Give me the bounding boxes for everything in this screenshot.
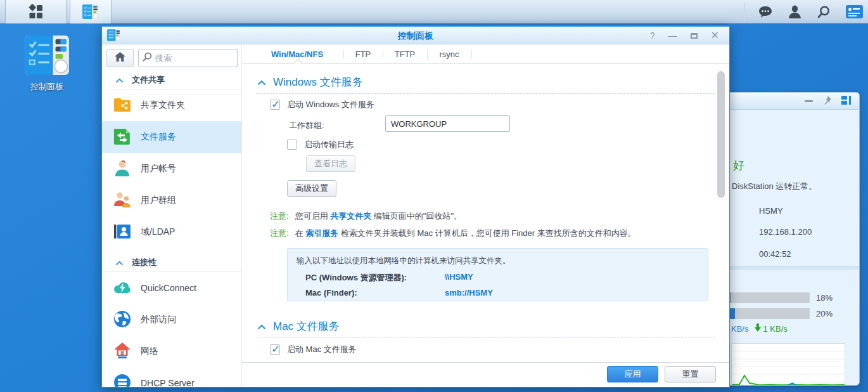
taskbar-control-panel-button[interactable] [70, 0, 112, 23]
chevron-up-icon [257, 76, 266, 89]
user-icon[interactable] [788, 5, 801, 19]
sidebar-section-file-sharing[interactable]: 文件共享 [102, 71, 241, 89]
widgets-icon[interactable] [846, 5, 863, 18]
home-button[interactable] [106, 49, 134, 67]
note-text: 编辑页面中的"回收站"。 [371, 211, 462, 221]
transfer-log-checkbox[interactable] [287, 140, 297, 150]
chat-icon[interactable] [758, 5, 773, 19]
server-name: HSMY [759, 206, 783, 216]
enable-windows-service-row: 启动 Windows 文件服务 [270, 99, 374, 110]
section-label: 文件共享 [132, 74, 165, 86]
tab-label: FTP [355, 49, 371, 59]
enable-mac-service-row: 启动 Mac 文件服务 [270, 344, 357, 355]
tab-tftp[interactable]: TFTP [383, 44, 426, 64]
app-launcher-button[interactable] [5, 0, 67, 23]
pc-address-value[interactable]: \\HSMY [445, 272, 473, 282]
transfer-log-row: 启动传输日志 [287, 139, 354, 150]
content-pane: Win/Mac/NFS FTP TFTP rsync [242, 44, 730, 388]
mac-file-service-heading[interactable]: Mac 文件服务 [257, 319, 340, 334]
network-chart [731, 343, 845, 386]
search-icon [143, 52, 152, 64]
help-icon[interactable]: ? [650, 31, 655, 40]
enable-windows-service-checkbox[interactable] [270, 100, 280, 110]
widget-titlebar[interactable] [727, 93, 859, 110]
desktop: 控制面板 好 D [0, 0, 868, 392]
control-panel-icon [82, 4, 99, 19]
app-launcher-icon [28, 4, 44, 20]
search-box[interactable] [138, 49, 238, 67]
user-group-icon [113, 190, 132, 211]
greeting-text: 好 [733, 158, 744, 173]
section-label: 连接性 [132, 257, 156, 268]
note-indexing-service: 注意:在 索引服务 检索文件夹并装载到 Mac 计算机后，您可使用 Finder… [270, 228, 636, 239]
sidebar-item-label: 用户帐号 [141, 163, 176, 174]
enable-mac-service-checkbox[interactable] [270, 344, 280, 355]
section-title: Windows 文件服务 [273, 75, 363, 89]
note-prefix: 注意: [270, 211, 289, 221]
desktop-icon-label: 控制面板 [18, 81, 76, 93]
indexing-service-link[interactable]: 索引服务 [305, 228, 338, 238]
windows-file-service-heading[interactable]: Windows 文件服务 [257, 75, 363, 89]
workgroup-input[interactable] [385, 115, 510, 132]
advanced-settings-button[interactable]: 高级设置 [287, 180, 336, 197]
sidebar-item-network[interactable]: 网络 [102, 336, 241, 367]
server-uptime: 00:42:52 [759, 249, 791, 259]
content-scrollbar[interactable] [717, 71, 725, 198]
sidebar-item-label: 共享文件夹 [141, 100, 185, 111]
tab-ftp[interactable]: FTP [344, 44, 382, 64]
desktop-control-panel-shortcut[interactable]: 控制面板 [18, 36, 76, 93]
system-health-widget: 好 DiskStation 运转正常。 HSMY 192.168.1.200 0… [727, 92, 860, 386]
control-panel-window: 控制面板 ? — ✕ [101, 25, 730, 388]
note-prefix: 注意: [270, 228, 289, 238]
note-text: 检索文件夹并装载到 Mac 计算机后，您可使用 Finder 来查找所含的文件和… [338, 228, 635, 238]
close-icon[interactable]: ✕ [711, 30, 719, 41]
tab-label: Win/Mac/NFS [271, 49, 323, 59]
ram-usage-percent: 20% [816, 309, 833, 318]
cpu-usage-bar [727, 292, 810, 303]
sidebar-item-label: 网络 [141, 346, 158, 357]
shared-folder-link[interactable]: 共享文件夹 [330, 211, 371, 221]
section-title: Mac 文件服务 [273, 319, 340, 334]
workgroup-label: 工作群组: [289, 120, 324, 131]
system-status-text: DiskStation 运转正常。 [732, 181, 817, 192]
mac-address-value[interactable]: smb://HSMY [445, 288, 493, 297]
search-input[interactable] [155, 53, 225, 63]
sidebar-item-quickconnect[interactable]: QuickConnect [102, 272, 241, 304]
maximize-icon[interactable] [691, 33, 698, 39]
reset-button[interactable]: 重置 [665, 366, 716, 382]
apply-button[interactable]: 应用 [607, 366, 658, 382]
sidebar-item-user-group[interactable]: 用户群组 [102, 185, 241, 216]
tab-rsync[interactable]: rsync [428, 44, 471, 64]
window-titlebar[interactable]: 控制面板 ? — ✕ [102, 27, 729, 44]
taskbar-divider [744, 3, 744, 21]
sidebar-item-label: 域/LDAP [141, 226, 175, 238]
widget-minimize-icon[interactable] [805, 100, 813, 102]
view-log-button[interactable]: 查看日志 [306, 155, 355, 172]
network-traffic-row: KB/s 1 KB/s [731, 323, 788, 334]
sidebar-section-connectivity[interactable]: 连接性 [102, 248, 241, 272]
minimize-icon[interactable]: — [668, 31, 677, 40]
sidebar-item-label: 外部访问 [141, 314, 176, 325]
home-icon [115, 52, 125, 64]
sidebar-item-external-access[interactable]: 外部访问 [102, 304, 241, 336]
sidebar-item-user-account[interactable]: 用户帐号 [102, 153, 241, 185]
note-recycle-bin: 注意:您可启用 共享文件夹 编辑页面中的"回收站"。 [270, 211, 462, 222]
network-icon [113, 341, 132, 362]
sidebar-item-dhcp-server[interactable]: DHCP Server [102, 367, 241, 388]
widget-layout-icon[interactable] [841, 96, 852, 107]
pin-icon[interactable] [822, 95, 832, 108]
tab-label: rsync [439, 49, 459, 59]
checkbox-label: 启动传输日志 [304, 139, 354, 150]
control-panel-icon [24, 36, 70, 77]
search-icon[interactable] [817, 5, 831, 19]
sidebar-item-shared-folder[interactable]: 共享文件夹 [102, 89, 241, 121]
tab-bar: Win/Mac/NFS FTP TFTP rsync [242, 44, 730, 64]
upload-speed: KB/s [731, 324, 748, 334]
sidebar-item-domain-ldap[interactable]: 域/LDAP [102, 216, 241, 248]
ram-usage-bar [727, 308, 810, 319]
sidebar-item-file-services[interactable]: 文件服务 [102, 121, 241, 153]
pc-address-label: PC (Windows 资源管理器): [305, 272, 407, 284]
tab-label: TFTP [395, 49, 416, 59]
server-ip: 192.168.1.200 [759, 227, 812, 237]
dhcp-server-icon [113, 373, 132, 388]
